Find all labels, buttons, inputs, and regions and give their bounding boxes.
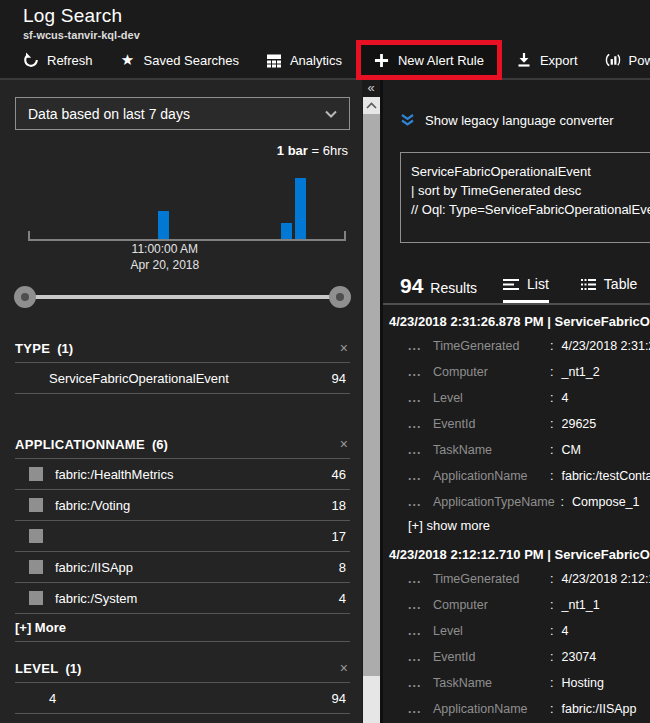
field-menu-icon[interactable]: ... bbox=[408, 417, 433, 431]
filter-row-label: fabric:/HealthMetrics bbox=[55, 467, 173, 482]
toolbar-button-new-alert-rule[interactable]: New Alert Rule bbox=[356, 40, 502, 80]
field-name: Level bbox=[433, 391, 550, 405]
record-field-taskname: ...TaskName:Hosting bbox=[400, 670, 650, 696]
histogram-bars bbox=[28, 161, 346, 239]
query-editor[interactable]: ServiceFabricOperationalEvent| sort by T… bbox=[400, 152, 650, 243]
filter-row[interactable]: 17 bbox=[15, 520, 350, 551]
left-panel-scrollbar[interactable] bbox=[363, 97, 380, 723]
field-menu-icon[interactable]: ... bbox=[408, 339, 433, 353]
legacy-converter-toggle[interactable]: Show legacy language converter bbox=[400, 112, 650, 128]
toolbar-button-label: New Alert Rule bbox=[398, 53, 484, 68]
field-name: TimeGenerated bbox=[433, 339, 550, 353]
list-icon bbox=[503, 278, 519, 291]
histogram-bar-3 bbox=[295, 178, 306, 239]
field-name: ApplicationName bbox=[433, 702, 550, 716]
slider-track[interactable] bbox=[25, 295, 340, 299]
filter-more-button[interactable]: [+] More bbox=[15, 613, 350, 642]
filter-header: LEVEL(1)× bbox=[15, 654, 350, 682]
results-list: 4/23/2018 2:31:26.878 PM | ServiceFabric… bbox=[400, 314, 650, 722]
slider-handle-right[interactable] bbox=[329, 286, 351, 308]
field-value: Compose_1 bbox=[572, 495, 639, 509]
checkbox[interactable] bbox=[29, 498, 43, 512]
filter-title: TYPE bbox=[15, 341, 50, 356]
collapse-panel-icon[interactable]: « bbox=[367, 80, 374, 95]
field-name: TaskName bbox=[433, 676, 550, 690]
field-colon: : bbox=[550, 572, 561, 586]
field-menu-icon[interactable]: ... bbox=[408, 495, 433, 509]
close-icon[interactable]: × bbox=[338, 437, 350, 451]
tab-list[interactable]: List bbox=[503, 276, 549, 303]
field-menu-icon[interactable]: ... bbox=[408, 676, 433, 690]
chevron-up-icon bbox=[366, 102, 377, 109]
field-menu-icon[interactable]: ... bbox=[408, 624, 433, 638]
record-field-timegenerated: ...TimeGenerated:4/23/2018 2:31:26.878 P… bbox=[400, 333, 650, 359]
field-menu-icon[interactable]: ... bbox=[408, 572, 433, 586]
filter-section-type: TYPE(1)×ServiceFabricOperationalEvent94 bbox=[15, 334, 350, 394]
field-value: 4 bbox=[561, 624, 568, 638]
scroll-up-button[interactable] bbox=[363, 97, 380, 114]
bar-legend-bold: 1 bar bbox=[277, 143, 308, 158]
show-more-button[interactable]: [+] show more bbox=[408, 518, 650, 538]
toolbar-button-label: Saved Searches bbox=[144, 53, 239, 68]
field-colon: : bbox=[550, 650, 561, 664]
toolbar-button-refresh[interactable]: Refresh bbox=[23, 52, 93, 68]
slider-handle-left[interactable] bbox=[14, 286, 36, 308]
checkbox[interactable] bbox=[29, 591, 43, 605]
time-scope-dropdown[interactable]: Data based on last 7 days bbox=[15, 97, 350, 130]
field-name: TaskName bbox=[433, 443, 550, 457]
analytics-grid-icon bbox=[266, 52, 282, 68]
field-name: Level bbox=[433, 624, 550, 638]
filter-row[interactable]: fabric:/System4 bbox=[15, 582, 350, 613]
field-menu-icon[interactable]: ... bbox=[408, 443, 433, 457]
close-icon[interactable]: × bbox=[338, 341, 350, 355]
page-header: Log Search sf-wcus-tanvir-kql-dev bbox=[0, 0, 650, 42]
axis-labels: 11:00:00 AM Apr 20, 2018 bbox=[28, 241, 350, 273]
query-line-1: ServiceFabricOperationalEvent bbox=[411, 162, 650, 181]
field-menu-icon[interactable]: ... bbox=[408, 365, 433, 379]
field-colon: : bbox=[550, 676, 561, 690]
powerbi-icon bbox=[605, 52, 621, 68]
tab-label: Table bbox=[604, 276, 637, 292]
filter-row[interactable]: 494 bbox=[15, 682, 350, 714]
toolbar-button-export[interactable]: Export bbox=[516, 52, 578, 68]
histogram-axis bbox=[28, 231, 346, 241]
filters-panel: Data based on last 7 days 1 bar = 6hrs 1… bbox=[0, 80, 362, 723]
filter-row[interactable]: fabric:/Voting18 bbox=[15, 489, 350, 520]
checkbox[interactable] bbox=[29, 467, 43, 481]
field-colon: : bbox=[550, 339, 561, 353]
page-title: Log Search bbox=[23, 5, 650, 27]
toolbar-button-saved-searches[interactable]: ★Saved Searches bbox=[120, 52, 239, 68]
toolbar: Refresh★Saved SearchesAnalyticsNew Alert… bbox=[0, 42, 650, 80]
chevron-down-icon bbox=[325, 110, 337, 118]
filter-count: (1) bbox=[65, 661, 81, 676]
filter-row[interactable]: fabric:/HealthMetrics46 bbox=[15, 458, 350, 489]
field-colon: : bbox=[550, 417, 561, 431]
tab-table[interactable]: Table bbox=[581, 276, 637, 303]
record-field-applicationname: ...ApplicationName:fabric:/testContainer bbox=[400, 463, 650, 489]
field-value: 4/23/2018 2:31:26.878 PM bbox=[561, 339, 650, 353]
scrollbar-track[interactable] bbox=[363, 676, 380, 723]
field-menu-icon[interactable]: ... bbox=[408, 391, 433, 405]
toolbar-button-powerbi[interactable]: PowerBI bbox=[605, 52, 650, 68]
filter-row[interactable]: fabric:/IISApp8 bbox=[15, 551, 350, 582]
field-value: 4/23/2018 2:12:12.710 PM bbox=[561, 572, 650, 586]
time-scope-label: Data based on last 7 days bbox=[28, 106, 190, 122]
record-field-computer: ...Computer:_nt1_1 bbox=[400, 592, 650, 618]
close-icon[interactable]: × bbox=[338, 661, 350, 675]
checkbox[interactable] bbox=[29, 560, 43, 574]
toolbar-button-label: Export bbox=[540, 53, 578, 68]
filter-row[interactable]: ServiceFabricOperationalEvent94 bbox=[15, 362, 350, 394]
field-menu-icon[interactable]: ... bbox=[408, 702, 433, 716]
field-menu-icon[interactable]: ... bbox=[408, 598, 433, 612]
field-menu-icon[interactable]: ... bbox=[408, 650, 433, 664]
checkbox[interactable] bbox=[29, 529, 43, 543]
query-line-2: | sort by TimeGenerated desc bbox=[411, 181, 650, 200]
scrollbar-thumb[interactable] bbox=[363, 114, 380, 676]
toolbar-button-analytics[interactable]: Analytics bbox=[266, 52, 342, 68]
field-menu-icon[interactable]: ... bbox=[408, 469, 433, 483]
filter-sections: TYPE(1)×ServiceFabricOperationalEvent94A… bbox=[15, 334, 350, 714]
filter-row-label: ServiceFabricOperationalEvent bbox=[49, 371, 229, 386]
refresh-icon bbox=[23, 52, 39, 68]
filter-title: APPLICATIONNAME bbox=[15, 437, 145, 452]
axis-tick-label: 11:00:00 AM Apr 20, 2018 bbox=[130, 241, 199, 273]
